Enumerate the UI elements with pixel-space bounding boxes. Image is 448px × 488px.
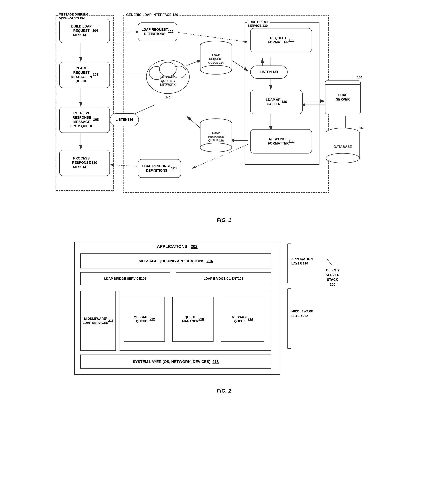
svg-text:QUEUE 124: QUEUE 124 (208, 61, 224, 64)
listen-116-node: LISTEN116 (110, 113, 139, 126)
svg-point-43 (200, 143, 232, 152)
middleware-inner-section: MESSAGEQUEUE212 QUEUEMANAGER210 MESSAGEQ… (120, 291, 271, 351)
mqa-box-fig2: MESSAGE QUEUING APPLICATIONS 204 (80, 253, 271, 268)
generic-ldap-label: GENERIC LDAP INTERFACE 120 (125, 13, 179, 17)
message-queue-214: MESSAGEQUEUE214 (221, 297, 264, 342)
response-formatter-node: RESPONSEFORMATTER138 (250, 129, 312, 154)
request-formatter-node: REQUESTFORMATTER132 (250, 28, 312, 52)
ldap-bridge-label: LDAP BRIDGESERVICE 130 (247, 20, 270, 28)
ldap-api-caller-node: LDAP APICALLER136 (250, 90, 303, 114)
middleware-ldap-box: MIDDLEWARE/LDAP SERVICES216 (80, 291, 116, 351)
message-queue-212: MESSAGEQUEUE212 (124, 297, 165, 342)
ldap-response-defs-node: LDAP RESPONSEDEFINITIONS 128 (138, 159, 181, 178)
applications-label: APPLICATIONS 202 (75, 244, 280, 249)
retrieve-response-node: RETRIEVERESPONSEMESSAGEFROM QUEUE108 (59, 107, 110, 133)
page-container: MESSAGE QUEUINGAPPLICATION 102 BUILD LDA… (11, 8, 437, 394)
msg-queuing-network: MESSAGE QUEUING NETWORK 140 (145, 58, 190, 96)
fig2-diagram: APPLICATIONS 202 MESSAGE QUEUING APPLICA… (74, 238, 374, 384)
svg-point-27 (160, 62, 176, 76)
svg-text:RESPONSE: RESPONSE (208, 135, 224, 138)
svg-text:MESSAGE: MESSAGE (160, 76, 175, 79)
svg-text:NETWORK: NETWORK (160, 83, 176, 86)
ldap-response-queue: LDAP RESPONSE QUEUE 126 (200, 118, 232, 153)
ldap-bridge-service-box: LDAP BRIDGE SERVICE 206 (80, 272, 170, 285)
place-request-node: PLACEREQUESTMESSAGE INQUEUE 106 (59, 62, 110, 88)
middleware-layer-label: MIDDLEWARELAYER 222 (286, 287, 323, 350)
svg-text:QUEUING: QUEUING (161, 79, 175, 82)
system-layer-box: SYSTEM LAYER (OS, NETWORK, DEVICES) 218 (80, 355, 271, 369)
ldap-bridge-client-box: LDAP BRIDGE CLIENT208 (176, 272, 271, 285)
ldap-request-defs-node: LDAP REQUESTDEFINITIONS 122 (138, 23, 177, 41)
build-ldap-node: BUILD LDAPREQUESTMESSAGE 104 (59, 19, 110, 43)
svg-point-51 (326, 153, 360, 163)
ldap-server-node: LDAPSERVER 150 (325, 81, 361, 114)
listen-134-node: LISTEN 134 (250, 65, 288, 79)
svg-point-35 (200, 65, 232, 74)
svg-text:DATABASE: DATABASE (334, 145, 352, 149)
fig1-diagram: MESSAGE QUEUINGAPPLICATION 102 BUILD LDA… (46, 8, 402, 213)
fig1-caption: FIG. 1 (217, 217, 231, 223)
client-server-stack-label: CLIENT/SERVERSTACK200 (325, 257, 340, 287)
database-node: DATABASE 152 (325, 127, 361, 165)
fig2-caption: FIG. 2 (217, 388, 231, 394)
svg-text:LDAP: LDAP (212, 131, 220, 134)
ldap-request-queue: LDAP REQUEST QUEUE 124 (200, 40, 232, 75)
svg-text:REQUEST: REQUEST (209, 57, 223, 60)
fig2-outer-box: APPLICATIONS 202 MESSAGE QUEUING APPLICA… (74, 242, 280, 375)
svg-text:QUEUE 126: QUEUE 126 (208, 139, 224, 142)
queue-manager-210: QUEUEMANAGER210 (172, 297, 214, 342)
svg-text:LDAP: LDAP (212, 54, 220, 57)
process-response-node: PROCESSRESPONSEMESSAGE 110 (59, 150, 110, 176)
application-layer-label: APPLICATIONLAYER 220 (286, 242, 323, 285)
